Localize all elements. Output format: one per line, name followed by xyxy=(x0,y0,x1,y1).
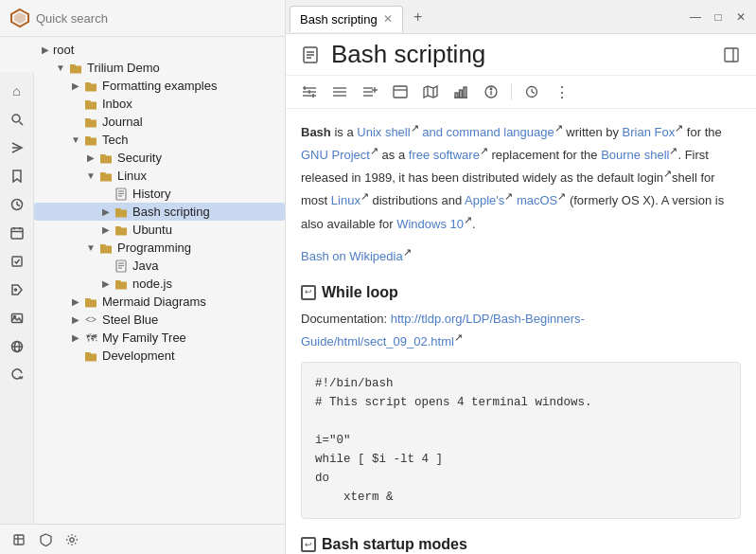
layers-bottom-btn[interactable] xyxy=(8,528,30,551)
tree-item-development[interactable]: ▶ Development xyxy=(34,347,285,365)
folder-icon-linux xyxy=(98,170,114,182)
right-panel-btn[interactable] xyxy=(718,42,745,68)
expander-nodejs[interactable]: ▶ xyxy=(98,278,114,289)
task-nav-btn[interactable] xyxy=(4,248,30,275)
tree-item-security[interactable]: ▶ Security xyxy=(34,149,285,167)
node-label-java: Java xyxy=(132,259,158,273)
settings-bottom-btn[interactable] xyxy=(61,528,83,551)
tree-item-java[interactable]: ▶ Java xyxy=(34,257,285,275)
tree-item-trilium-demo[interactable]: ▼ Trilium Demo xyxy=(34,59,285,77)
image-nav-btn[interactable] xyxy=(4,305,30,331)
history-toolbar-btn[interactable] xyxy=(519,80,544,104)
properties-toolbar-btn[interactable] xyxy=(297,80,322,104)
tree-item-formatting-examples[interactable]: ▶ Formatting examples xyxy=(34,77,285,95)
expander-formatting-examples[interactable]: ▶ xyxy=(68,80,83,91)
link-unix-shell[interactable]: Unix shell xyxy=(357,125,410,139)
node-label-inbox: Inbox xyxy=(102,97,132,111)
svg-rect-58 xyxy=(464,87,466,98)
expander-ubuntu[interactable]: ▶ xyxy=(98,224,114,235)
link-macos[interactable]: macOS xyxy=(517,194,557,208)
window-maximize-btn[interactable]: □ xyxy=(707,6,730,28)
node-label-steel-blue: Steel Blue xyxy=(102,313,158,327)
globe-nav-btn[interactable] xyxy=(4,333,30,360)
calendar-nav-btn[interactable] xyxy=(4,220,30,246)
svg-rect-35 xyxy=(725,48,738,62)
link-linux[interactable]: Linux xyxy=(331,194,360,208)
search-input[interactable] xyxy=(36,11,275,26)
intro-paragraph: Bash is a Unix shell↗ and command langua… xyxy=(301,120,741,235)
link-free-software[interactable]: free software xyxy=(409,148,480,162)
svg-line-7 xyxy=(17,205,20,206)
link-windows10[interactable]: Windows 10 xyxy=(396,217,464,231)
wiki-link-paragraph: Bash on Wikipedia↗ xyxy=(301,244,741,267)
tab-label-bash-scripting: Bash scripting xyxy=(300,12,378,27)
chart-toolbar-btn[interactable] xyxy=(448,80,473,104)
expander-root[interactable]: ▶ xyxy=(38,45,53,55)
tree-item-linux[interactable]: ▼ Linux xyxy=(34,167,285,185)
bookmark-nav-btn[interactable] xyxy=(4,163,30,189)
list-toolbar-btn[interactable] xyxy=(327,80,352,104)
svg-line-3 xyxy=(19,122,23,126)
home-nav-btn[interactable]: ⌂ xyxy=(4,78,30,104)
node-label-security: Security xyxy=(117,151,162,165)
template-toolbar-btn[interactable] xyxy=(388,80,413,104)
section-title-bash-startup: Bash startup modes xyxy=(322,532,467,554)
search-nav-btn[interactable] xyxy=(4,106,30,133)
tree-item-steel-blue[interactable]: ▶ <> Steel Blue xyxy=(34,311,285,329)
tree-item-root[interactable]: ▶ root xyxy=(34,41,285,59)
label-nav-btn[interactable] xyxy=(4,277,30,303)
expander-steel-blue[interactable]: ▶ xyxy=(68,314,83,325)
window-minimize-btn[interactable]: — xyxy=(684,6,707,28)
node-label-formatting-examples: Formatting examples xyxy=(102,79,217,93)
node-label-tech: Tech xyxy=(102,133,128,147)
expander-my-family-tree[interactable]: ▶ xyxy=(68,332,83,343)
tree-item-journal[interactable]: ▶ Journal xyxy=(34,113,285,131)
svg-point-61 xyxy=(490,88,492,90)
link-apples[interactable]: Apple's xyxy=(465,194,504,208)
expander-programming[interactable]: ▼ xyxy=(83,242,98,253)
tree-item-nodejs[interactable]: ▶ node.js xyxy=(34,275,285,293)
expander-mermaid-diagrams[interactable]: ▶ xyxy=(68,296,83,307)
link-brian-fox[interactable]: Brian Fox xyxy=(623,125,676,139)
clock-nav-btn[interactable] xyxy=(4,191,30,218)
shield-bottom-btn[interactable] xyxy=(34,528,57,551)
link-command-language[interactable]: and command language xyxy=(422,125,554,139)
tree-item-inbox[interactable]: ▶ Inbox xyxy=(34,95,285,113)
tree-item-history[interactable]: ▶ History xyxy=(34,185,285,203)
tree-item-ubuntu[interactable]: ▶ Ubuntu xyxy=(34,221,285,239)
expander-security[interactable]: ▶ xyxy=(83,152,98,163)
insert-toolbar-btn[interactable] xyxy=(358,80,382,104)
sync-nav-btn[interactable] xyxy=(4,362,30,388)
link-bourne-shell[interactable]: Bourne shell xyxy=(601,148,669,162)
tree-item-mermaid-diagrams[interactable]: ▶ Mermaid Diagrams xyxy=(34,293,285,311)
tree-item-tech[interactable]: ▼ Tech xyxy=(34,131,285,149)
tab-close-bash-scripting[interactable]: ✕ xyxy=(383,12,393,26)
svg-marker-1 xyxy=(14,12,26,24)
send-nav-btn[interactable] xyxy=(4,134,30,161)
more-toolbar-btn[interactable]: ⋮ xyxy=(550,80,574,104)
expander-tech[interactable]: ▼ xyxy=(68,134,83,145)
app-logo xyxy=(9,8,30,28)
tree-item-programming[interactable]: ▼ Programming xyxy=(34,239,285,257)
window-close-btn[interactable]: ✕ xyxy=(730,6,752,28)
node-label-bash-scripting: Bash scripting xyxy=(132,205,210,219)
tab-add-btn[interactable]: + xyxy=(407,6,430,28)
node-label-history: History xyxy=(132,187,170,201)
link-bash-wikipedia[interactable]: Bash on Wikipedia xyxy=(301,249,403,263)
tree-item-my-family-tree[interactable]: ▶ 🗺 My Family Tree xyxy=(34,329,285,347)
info-toolbar-btn[interactable] xyxy=(479,80,503,104)
expander-trilium-demo[interactable]: ▼ xyxy=(53,63,68,73)
folder-icon-development xyxy=(83,350,98,362)
node-label-development: Development xyxy=(102,348,175,363)
svg-rect-8 xyxy=(11,228,23,239)
section-header-while-loop: ↩ While loop xyxy=(301,280,741,305)
expander-linux[interactable]: ▼ xyxy=(83,170,98,181)
note-title-bar: Bash scripting xyxy=(286,34,756,76)
link-gnu-project[interactable]: GNU Project xyxy=(301,148,370,162)
folder-icon-tech xyxy=(83,134,98,146)
section-icon-while-loop: ↩ xyxy=(301,285,316,300)
tab-bash-scripting[interactable]: Bash scripting ✕ xyxy=(290,6,403,32)
map-toolbar-btn[interactable] xyxy=(418,80,443,104)
tree-item-bash-scripting[interactable]: ▶ Bash scripting xyxy=(34,203,285,221)
expander-bash-scripting[interactable]: ▶ xyxy=(98,206,114,217)
